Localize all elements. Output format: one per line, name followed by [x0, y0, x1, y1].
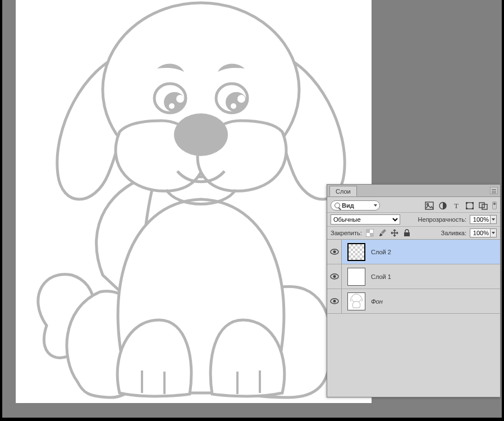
svg-point-28	[333, 275, 336, 278]
svg-rect-10	[425, 202, 433, 209]
fill-stepper[interactable]	[490, 228, 497, 237]
blend-mode-select[interactable]: Обычные	[331, 214, 400, 225]
lock-position-icon[interactable]	[390, 228, 399, 237]
filter-adjust-icon[interactable]	[438, 202, 447, 210]
filter-smart-icon[interactable]	[479, 202, 488, 210]
canvas-document[interactable]	[16, 0, 372, 403]
visibility-toggle[interactable]	[327, 264, 342, 289]
svg-point-26	[333, 250, 336, 253]
svg-point-5	[169, 103, 175, 109]
svg-text:T: T	[454, 202, 459, 210]
svg-rect-18	[472, 208, 474, 209]
chevron-down-icon	[374, 204, 377, 207]
layer-name[interactable]: Фон	[371, 298, 383, 305]
filter-shape-icon[interactable]	[465, 202, 474, 210]
visibility-toggle[interactable]	[327, 289, 342, 313]
eye-icon	[330, 249, 339, 255]
tab-layers[interactable]: Слои	[329, 186, 357, 196]
filter-icons: T	[425, 202, 497, 210]
workspace: Слои Вид T Обычные	[2, 0, 502, 418]
svg-point-11	[427, 203, 429, 205]
layer-row[interactable]: Слой 1	[327, 264, 500, 289]
filter-text-icon[interactable]: T	[452, 202, 461, 210]
blend-row: Обычные Непрозрачность:	[327, 213, 500, 226]
filter-label: Вид	[342, 202, 354, 209]
svg-rect-23	[370, 233, 374, 237]
opacity-value[interactable]	[470, 215, 490, 224]
svg-point-4	[176, 95, 184, 103]
opacity-input[interactable]	[470, 215, 497, 224]
fill-input[interactable]	[470, 228, 497, 237]
filter-image-icon[interactable]	[425, 202, 434, 210]
svg-point-8	[237, 95, 245, 103]
lock-all-icon[interactable]	[402, 228, 411, 237]
panel-menu-icon[interactable]	[490, 187, 498, 194]
lock-paint-icon[interactable]	[378, 228, 387, 237]
layer-row[interactable]: Фон	[327, 289, 500, 314]
lock-row: Закрепить: Заливка:	[327, 226, 500, 240]
fill-value[interactable]	[470, 228, 490, 237]
svg-rect-22	[366, 229, 370, 233]
canvas-artwork	[16, 0, 372, 403]
svg-rect-16	[472, 202, 474, 204]
svg-rect-15	[466, 202, 468, 204]
opacity-stepper[interactable]	[490, 215, 497, 224]
layer-list: Слой 2 Слой 1 Фон	[327, 240, 500, 397]
layer-thumbnail[interactable]	[347, 268, 365, 286]
fill-label: Заливка:	[441, 230, 466, 236]
opacity-label: Непрозрачность:	[418, 216, 466, 223]
panel-tabbar: Слои	[327, 185, 500, 197]
layer-thumbnail[interactable]	[347, 292, 365, 310]
svg-rect-17	[466, 208, 468, 209]
svg-point-9	[231, 103, 236, 109]
eye-icon	[330, 273, 339, 280]
layers-panel: Слои Вид T Обычные	[327, 184, 501, 397]
layer-thumbnail[interactable]	[347, 243, 365, 261]
filter-row: Вид T	[327, 197, 500, 213]
filter-toggle-switch[interactable]	[492, 202, 497, 209]
eye-icon	[330, 298, 339, 304]
svg-rect-24	[404, 232, 410, 236]
layer-filter-dropdown[interactable]: Вид	[331, 200, 380, 210]
search-icon	[335, 203, 340, 208]
visibility-toggle[interactable]	[327, 240, 342, 264]
lock-transparent-icon[interactable]	[365, 228, 374, 237]
lock-label: Закрепить:	[331, 230, 362, 236]
svg-point-30	[333, 300, 336, 303]
svg-point-7	[226, 92, 247, 112]
svg-point-1	[174, 113, 228, 156]
layer-name[interactable]: Слой 1	[371, 273, 391, 280]
layer-name[interactable]: Слой 2	[371, 249, 391, 255]
layer-row[interactable]: Слой 2	[327, 240, 500, 264]
